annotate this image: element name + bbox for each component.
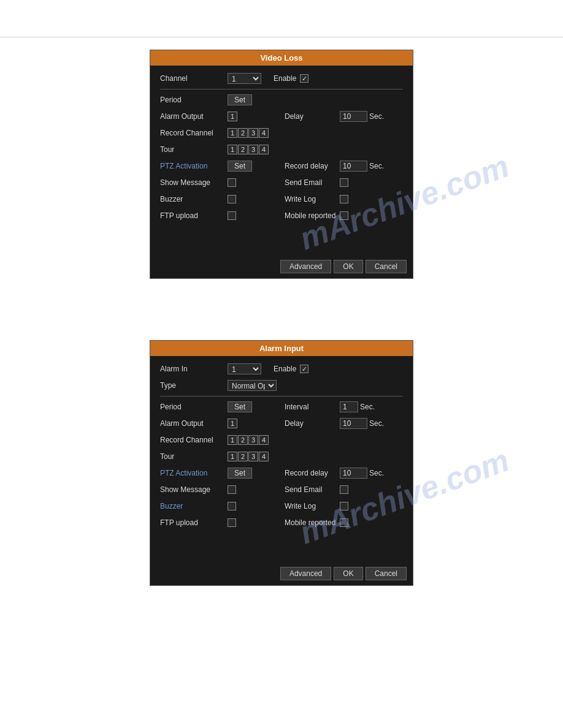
buzzer-checkbox[interactable]	[228, 195, 236, 203]
rec-ch2-2[interactable]: 2	[238, 435, 248, 445]
ok-button-1[interactable]: OK	[334, 260, 362, 273]
write-log-checkbox-2[interactable]	[340, 502, 348, 510]
buzzer-label-2: Buzzer	[160, 502, 228, 510]
rec-delay-label: Record delay	[285, 162, 340, 170]
ftp-checkbox[interactable]	[228, 211, 236, 220]
channel-dropdown[interactable]: 1	[228, 73, 261, 84]
rec-delay-label-2: Record delay	[285, 469, 340, 477]
rec-delay-input[interactable]	[340, 161, 367, 172]
tour-ch4-2[interactable]: 4	[259, 452, 269, 461]
tour-ch3-2[interactable]: 3	[248, 452, 258, 461]
channel-label: Channel	[160, 74, 228, 83]
period-set-button[interactable]: Set	[228, 94, 252, 105]
period-interval-row: Period Set Interval Sec.	[160, 400, 403, 417]
enable-label: Enable	[274, 74, 296, 83]
rec-ch1[interactable]: 1	[228, 128, 237, 138]
type-dropdown[interactable]: Normal Op	[228, 380, 277, 391]
alarmout-row: Alarm Output 1	[160, 417, 282, 430]
show-msg-label-2: Show Message	[160, 485, 228, 494]
cancel-button-2[interactable]: Cancel	[366, 567, 407, 580]
tour-channel-boxes-2: 1 2 3 4	[228, 452, 269, 461]
rec-delay-unit: Sec.	[369, 162, 384, 170]
delay-input[interactable]	[340, 111, 367, 122]
write-log-col: Write Log	[282, 192, 403, 209]
rec-ch3-2[interactable]: 3	[248, 435, 258, 445]
send-email-checkbox[interactable]	[340, 178, 348, 187]
buzzer-row-2: Buzzer	[160, 499, 282, 513]
mobile-checkbox[interactable]	[340, 211, 348, 220]
rec-delay-row-2: Record delay Sec.	[285, 466, 403, 480]
buzzer-col: Buzzer	[160, 192, 282, 209]
interval-input[interactable]	[340, 401, 358, 412]
alarmout-col: Alarm Output 1	[160, 417, 282, 433]
ptz-col-2: PTZ Activation Set	[160, 466, 282, 483]
ptz-set-button[interactable]: Set	[228, 161, 252, 172]
send-email-col-2: Send Email	[282, 483, 403, 499]
ptz-row-2: PTZ Activation Set	[160, 466, 282, 480]
send-email-checkbox-2[interactable]	[340, 485, 348, 494]
rec-ch4-2[interactable]: 4	[259, 435, 269, 445]
advanced-button-2[interactable]: Advanced	[280, 567, 331, 580]
rec-ch2[interactable]: 2	[238, 128, 248, 138]
alarm-output-label: Alarm Output	[160, 112, 228, 121]
delay-input-2[interactable]	[340, 418, 367, 429]
tour-ch2[interactable]: 2	[238, 145, 248, 154]
rec-ch4[interactable]: 4	[259, 128, 269, 138]
show-msg-row-2: Show Message	[160, 483, 282, 496]
tour-ch4[interactable]: 4	[259, 145, 269, 154]
alarm-input-title: Alarm Input	[150, 341, 413, 356]
show-msg-col-2: Show Message	[160, 483, 282, 499]
alarm-output-box: 1	[228, 112, 237, 121]
show-msg-checkbox[interactable]	[228, 178, 236, 187]
rec-ch1-2[interactable]: 1	[228, 435, 237, 445]
ftp-checkbox-2[interactable]	[228, 518, 236, 527]
mobile-checkbox-2[interactable]	[340, 518, 348, 527]
write-log-checkbox[interactable]	[340, 195, 348, 203]
enable-checkbox[interactable]	[300, 74, 308, 83]
tour-ch3[interactable]: 3	[248, 145, 258, 154]
ftp-label-2: FTP upload	[160, 518, 228, 527]
alarm-delay-row: Alarm Output 1 Delay Sec.	[160, 110, 403, 126]
channel-control: 1 Enable	[228, 73, 403, 84]
ftp-row: FTP upload	[160, 209, 282, 222]
ok-button-2[interactable]: OK	[334, 567, 362, 580]
ftp-label: FTP upload	[160, 211, 228, 220]
period-col: Period Set	[160, 400, 282, 417]
ptz-recdelay-row-2: PTZ Activation Set Record delay Sec.	[160, 466, 403, 483]
cancel-button-1[interactable]: Cancel	[366, 260, 407, 273]
period-set-button-2[interactable]: Set	[228, 401, 252, 412]
video-loss-body: Channel 1 Enable Period Set	[150, 66, 413, 256]
rec-delay-input-2[interactable]	[340, 468, 367, 479]
type-label: Type	[160, 381, 228, 390]
top-divider	[0, 37, 563, 37]
show-msg-checkbox-2[interactable]	[228, 485, 236, 494]
ftp-mobile-row-2: FTP upload Mobile reported	[160, 516, 403, 533]
tour-row-2: Tour 1 2 3 4	[160, 450, 403, 463]
channel-row: Channel 1 Enable	[160, 72, 403, 85]
mobile-row-2: Mobile reported	[285, 516, 403, 529]
alarm-in-dropdown[interactable]: 1	[228, 363, 261, 374]
tour-ch2-2[interactable]: 2	[238, 452, 248, 461]
tour-ch1[interactable]: 1	[228, 145, 237, 154]
show-msg-row: Show Message	[160, 176, 282, 189]
send-email-label-2: Send Email	[285, 485, 340, 494]
send-email-col: Send Email	[282, 176, 403, 192]
ptz-set-button-2[interactable]: Set	[228, 468, 252, 479]
mobile-col: Mobile reported	[282, 209, 403, 226]
enable-label-2: Enable	[274, 365, 296, 373]
rec-ch3[interactable]: 3	[248, 128, 258, 138]
send-email-row-2: Send Email	[285, 483, 403, 496]
tour-ch1-2[interactable]: 1	[228, 452, 237, 461]
rec-delay-row: Record delay Sec.	[285, 159, 403, 173]
buzzer-writelog-row: Buzzer Write Log	[160, 192, 403, 209]
rec-delay-unit-2: Sec.	[369, 469, 384, 477]
advanced-button-1[interactable]: Advanced	[280, 260, 331, 273]
interval-unit: Sec.	[360, 403, 375, 411]
enable-checkbox-2[interactable]	[300, 365, 308, 373]
msg-email-row: Show Message Send Email	[160, 176, 403, 192]
buzzer-writelog-row-2: Buzzer Write Log	[160, 499, 403, 516]
alarm-input-dialog-container: Alarm Input Alarm In 1 Enable Type	[0, 340, 563, 586]
buzzer-checkbox-2[interactable]	[228, 502, 236, 510]
page: mArchive.com mArchive.com Video Loss Cha…	[0, 0, 563, 728]
spacer1	[160, 226, 403, 250]
